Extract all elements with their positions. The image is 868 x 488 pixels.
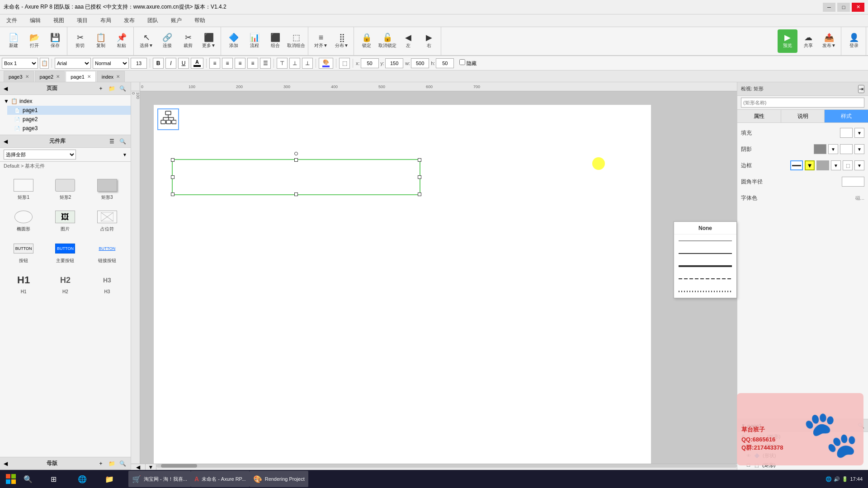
taskbar-axure[interactable]: A 未命名 - Axure RP... <box>191 471 250 487</box>
components-search-button[interactable]: 🔍 <box>118 137 127 146</box>
layer-item-group[interactable]: 👁 ▼ 📁 (组合) <box>737 441 868 451</box>
tab-page3-close[interactable]: ✕ <box>25 74 29 79</box>
border-color-box[interactable] <box>816 160 829 170</box>
toolbar-open-button[interactable]: 📂 打开 <box>24 29 44 53</box>
border-sides-dropdown[interactable]: ▼ <box>854 160 864 170</box>
menu-item-file[interactable]: 文件 <box>4 16 20 25</box>
component-button-primary[interactable]: BUTTON 主要按钮 <box>45 237 85 267</box>
taskbar-search[interactable]: 🔍 <box>20 471 47 487</box>
layer-expand-icon[interactable]: ▼ <box>741 423 745 428</box>
border-option-solid-thin[interactable] <box>674 235 736 247</box>
tab-index-close[interactable]: ✕ <box>116 74 120 79</box>
tab-page2[interactable]: page2 ✕ <box>35 71 65 82</box>
fill-color-button[interactable]: 🎨 <box>319 58 333 69</box>
menu-item-project[interactable]: 项目 <box>74 16 90 25</box>
right-panel-expand-button[interactable]: ⇥ <box>858 85 864 93</box>
underline-button[interactable]: U <box>178 58 189 69</box>
y-input[interactable] <box>385 58 403 68</box>
toolbar-share-button[interactable]: ☁ 共享 <box>798 29 818 53</box>
components-select-all[interactable]: 选择全部 <box>4 150 76 160</box>
handle-bottom-middle[interactable] <box>294 192 298 196</box>
shadow-dropdown-button[interactable]: ▼ <box>828 144 838 154</box>
group-expand-icon[interactable]: ▼ <box>748 444 753 449</box>
border-color-dropdown[interactable]: ▼ <box>831 160 841 170</box>
tab-page2-close[interactable]: ✕ <box>56 74 60 79</box>
components-list-button[interactable]: ☰ <box>107 137 116 146</box>
component-h1[interactable]: H1 H1 <box>4 269 43 297</box>
toolbar-copy-button[interactable]: 📋 复制 <box>91 29 111 53</box>
pages-expand-icon[interactable]: ◀ <box>4 85 8 92</box>
horizontal-scrollbar-track[interactable] <box>156 464 737 468</box>
corner-input[interactable] <box>842 177 864 187</box>
border-sides-button[interactable]: ⬚ <box>843 160 853 170</box>
valign-middle-button[interactable]: ⊥ <box>289 58 300 69</box>
horizontal-scrollbar-thumb[interactable] <box>161 464 197 468</box>
shape-name-input[interactable] <box>741 98 864 108</box>
toolbar-select-button[interactable]: ↖ 选择▼ <box>137 29 156 53</box>
toolbar-publish-button[interactable]: 📤 发布▼ <box>819 29 839 53</box>
canvas[interactable] <box>140 91 737 464</box>
tab-page1[interactable]: page1 ✕ <box>66 71 96 82</box>
font-size-input[interactable] <box>131 58 147 69</box>
mother-add-button[interactable]: + <box>96 459 105 468</box>
page-item-page2[interactable]: 📄 page2 <box>7 115 131 124</box>
x-input[interactable] <box>361 58 379 68</box>
window-controls[interactable]: ─ □ ✕ <box>823 3 864 12</box>
component-ellipse[interactable]: 椭圆形 <box>4 206 43 235</box>
toolbar-crop-button[interactable]: ✂ 裁剪 <box>178 29 198 53</box>
taskbar-render[interactable]: 🎨 Rendering Project <box>250 471 308 487</box>
right-tab-properties[interactable]: 属性 <box>737 110 781 122</box>
taskbar-taobao[interactable]: 🛒 淘宝网 - 淘！我喜... <box>128 471 191 487</box>
border-style-format-button[interactable]: ⬚ <box>339 58 350 69</box>
bold-button[interactable]: B <box>153 58 164 69</box>
menu-item-edit[interactable]: 编辑 <box>27 16 43 25</box>
layer-item-rect[interactable]: 👁 ⇠⇢ ⬚ (矩形) <box>737 432 868 441</box>
align-right-button[interactable]: ≡ <box>235 58 245 69</box>
hidden-checkbox[interactable] <box>459 59 465 65</box>
menu-item-team[interactable]: 团队 <box>145 16 161 25</box>
right-tab-style[interactable]: 样式 <box>825 110 868 122</box>
canvas-container[interactable]: 0 100 200 300 400 500 <box>131 91 737 464</box>
layer-item-rect-sub[interactable]: ☐ ⬚ (矩形) <box>737 460 868 470</box>
component-rect3[interactable]: 矩形3 <box>87 174 127 204</box>
layer-item-shape[interactable]: 👁 🔷 (形状) <box>737 451 868 460</box>
border-option-none[interactable]: None <box>674 222 736 235</box>
toolbar-new-button[interactable]: 📄 新建 <box>4 29 24 53</box>
fill-color-box[interactable] <box>840 128 853 138</box>
menu-item-view[interactable]: 视图 <box>51 16 67 25</box>
border-option-dotted[interactable] <box>674 285 736 298</box>
component-placeholder[interactable]: 占位符 <box>87 206 127 235</box>
w-input[interactable] <box>411 58 429 68</box>
toolbar-save-button[interactable]: 💾 保存 <box>45 29 65 53</box>
toolbar-flow-button[interactable]: 📊 流程 <box>245 29 264 53</box>
handle-top-middle[interactable] <box>294 158 298 162</box>
component-button-link[interactable]: BUTTON 链接按钮 <box>87 237 127 267</box>
components-expand-icon[interactable]: ◀ <box>4 138 8 145</box>
tab-page1-close[interactable]: ✕ <box>87 74 91 79</box>
page-folder-index[interactable]: ▼ 📋 index <box>0 97 131 106</box>
taskbar-task-view[interactable]: ⊞ <box>47 471 74 487</box>
shadow-dropdown-button2[interactable]: ▼ <box>854 144 864 154</box>
taskbar-edge[interactable]: 🌐 <box>74 471 101 487</box>
widget-manager-button[interactable]: 📋 <box>40 58 49 69</box>
handle-middle-left[interactable] <box>171 175 175 179</box>
page-prev-button[interactable]: ◀ <box>131 464 146 470</box>
italic-button[interactable]: I <box>165 58 176 69</box>
components-dropdown-icon[interactable]: ▼ <box>123 152 127 157</box>
mother-folder-button[interactable]: 📁 <box>107 459 116 468</box>
align-justify-button[interactable]: ≡ <box>247 58 258 69</box>
toolbar-lock-button[interactable]: 🔒 锁定 <box>357 29 377 53</box>
handle-middle-right[interactable] <box>418 175 421 179</box>
toolbar-ungroup-button[interactable]: ⬚ 取消组合 <box>286 29 306 53</box>
menu-item-publish[interactable]: 发布 <box>121 16 137 25</box>
font-family-selector[interactable]: Arial <box>55 58 91 69</box>
toolbar-right-button[interactable]: ▶ 右 <box>419 29 439 53</box>
align-left-button[interactable]: ≡ <box>209 58 220 69</box>
toolbar-login-button[interactable]: 👤 登录 <box>844 29 864 53</box>
component-image[interactable]: 🖼 图片 <box>45 206 85 235</box>
toolbar-unlock-button[interactable]: 🔓 取消锁定 <box>377 29 397 53</box>
font-style-selector[interactable]: Normal <box>93 58 129 69</box>
toolbar-connect-button[interactable]: 🔗 连接 <box>157 29 177 53</box>
menu-item-layout[interactable]: 布局 <box>98 16 114 25</box>
border-option-solid-thick[interactable] <box>674 260 736 272</box>
